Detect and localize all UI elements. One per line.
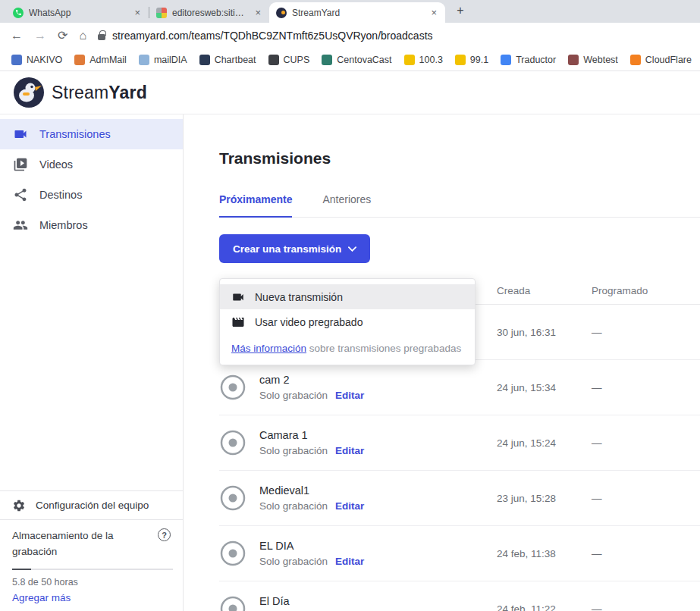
team-settings-button[interactable]: Configuración del equipo xyxy=(0,490,183,519)
team-settings-label: Configuración del equipo xyxy=(36,500,149,511)
bookmark-100-3[interactable]: 100.3 xyxy=(399,52,448,67)
sidebar-item-transmisiones[interactable]: Transmisiones xyxy=(0,119,183,149)
chevron-down-icon xyxy=(348,246,356,252)
browser-tab-eldia[interactable]: editoresweb:sitioweb:eldia.co × xyxy=(149,2,269,23)
bookmark-webtest[interactable]: Webtest xyxy=(563,52,623,67)
bookmark-label: NAKIVO xyxy=(27,55,62,65)
add-more-link[interactable]: Agregar más xyxy=(12,592,171,603)
tab-close-icon[interactable]: × xyxy=(253,7,262,18)
create-broadcast-label: Crear una transmisión xyxy=(233,243,341,255)
videocam-icon xyxy=(13,127,28,142)
menu-item-video-pregrabado[interactable]: Usar video pregrabado xyxy=(220,309,475,334)
record-icon xyxy=(219,540,246,567)
record-icon xyxy=(219,484,246,512)
created-date: 24 feb, 11:38 xyxy=(497,548,592,559)
storage-label: Almacenamiento de la grabación xyxy=(12,528,133,560)
created-date: 24 jun, 15:24 xyxy=(497,437,592,449)
browser-tab-streamyard[interactable]: StreamYard × xyxy=(269,2,445,23)
bookmark-label: mailDIA xyxy=(154,55,187,65)
created-date: 23 jun, 15:28 xyxy=(497,493,592,504)
table-row[interactable]: cam 2 Solo grabaciónEditar 24 jun, 15:34… xyxy=(219,360,700,415)
back-icon[interactable]: ← xyxy=(11,30,23,42)
video-library-icon xyxy=(13,157,28,172)
bookmark-cloudflare[interactable]: CloudFlare xyxy=(625,52,697,67)
bookmark-maildia[interactable]: mailDIA xyxy=(133,52,193,67)
edit-link[interactable]: Editar xyxy=(335,445,364,456)
bookmark-favicon-icon xyxy=(568,55,579,65)
bookmark-favicon-icon xyxy=(404,55,415,65)
bookmark-admmail[interactable]: AdmMail xyxy=(69,52,132,67)
storage-hours-text: 5.8 de 50 horas xyxy=(12,577,171,588)
broadcast-name: El Día xyxy=(259,595,364,607)
bookmark-cups[interactable]: CUPS xyxy=(263,52,315,67)
broadcast-name: EL DIA xyxy=(259,540,364,552)
gear-icon xyxy=(12,499,26,512)
menu-item-nueva-transmision[interactable]: Nueva transmisión xyxy=(220,284,475,309)
bookmark-label: CentovaCast xyxy=(337,55,391,65)
url-text: streamyard.com/teams/TQDhBC9ZNTmft6z5UsQ… xyxy=(112,30,432,42)
scheduled-date: — xyxy=(592,327,700,338)
column-header-scheduled: Programado xyxy=(592,285,700,296)
bookmark-99-1[interactable]: 99.1 xyxy=(450,52,494,67)
app-header: StreamYard xyxy=(0,71,700,114)
broadcast-name: cam 2 xyxy=(259,374,364,386)
storage-panel: Almacenamiento de la grabación ? 5.8 de … xyxy=(0,519,183,611)
record-icon xyxy=(219,374,246,401)
home-icon[interactable]: ⌂ xyxy=(79,30,86,42)
browser-tab-whatsapp[interactable]: WhatsApp × xyxy=(6,2,149,23)
sidebar-item-videos[interactable]: Videos xyxy=(0,149,183,180)
edit-link[interactable]: Editar xyxy=(335,390,364,401)
tab-anteriores[interactable]: Anteriores xyxy=(322,193,371,217)
create-broadcast-button[interactable]: Crear una transmisión xyxy=(219,234,370,263)
bookmark-nakivo[interactable]: NAKIVO xyxy=(6,52,67,67)
streamyard-logo[interactable]: StreamYard xyxy=(14,77,147,108)
edit-link[interactable]: Editar xyxy=(335,500,364,512)
bookmark-favicon-icon xyxy=(268,55,279,65)
broadcast-name: Medieval1 xyxy=(259,484,364,497)
bookmark-label: AdmMail xyxy=(89,55,127,65)
clapperboard-icon xyxy=(231,315,245,329)
sidebar-item-destinos[interactable]: Destinos xyxy=(0,180,183,210)
menu-item-label: Nueva transmisión xyxy=(255,291,343,303)
address-bar: ← → ⟳ ⌂ streamyard.com/teams/TQDhBC9ZNTm… xyxy=(0,23,700,49)
menu-item-label: Usar video pregrabado xyxy=(255,316,363,328)
edit-link[interactable]: Editar xyxy=(335,556,364,567)
sidebar-item-miembros[interactable]: Miembros xyxy=(0,210,183,240)
whatsapp-favicon-icon xyxy=(13,8,24,18)
table-row[interactable]: Medieval1 Solo grabaciónEditar 23 jun, 1… xyxy=(219,471,700,526)
reload-icon[interactable]: ⟳ xyxy=(58,30,67,42)
url-field[interactable]: streamyard.com/teams/TQDhBC9ZNTmft6z5UsQ… xyxy=(98,30,689,42)
scheduled-date: — xyxy=(592,382,700,393)
main-content: Transmisiones Próximamente Anteriores Cr… xyxy=(184,114,700,611)
storage-progress-fill xyxy=(12,569,31,570)
tab-proximamente[interactable]: Próximamente xyxy=(219,193,292,218)
table-row[interactable]: El Día Solo grabaciónEditar 24 feb, 11:2… xyxy=(219,581,700,611)
bookmark-traductor[interactable]: Traductor xyxy=(495,52,561,67)
table-row[interactable]: EL DIA Solo grabaciónEditar 24 feb, 11:3… xyxy=(219,526,700,581)
bookmark-chartbeat[interactable]: Chartbeat xyxy=(194,52,262,67)
tab-close-icon[interactable]: × xyxy=(133,7,142,18)
dropdown-info-text: Más información sobre transmisiones preg… xyxy=(220,334,475,365)
created-date: 24 jun, 15:34 xyxy=(497,382,592,393)
sidebar-item-label: Transmisiones xyxy=(39,128,111,140)
record-icon xyxy=(219,429,246,456)
bookmark-label: CUPS xyxy=(284,55,310,65)
tab-title: StreamYard xyxy=(292,8,424,18)
bookmarks-bar: NAKIVO AdmMail mailDIA Chartbeat CUPS Ce… xyxy=(0,49,700,71)
tab-close-icon[interactable]: × xyxy=(429,7,438,18)
help-icon[interactable]: ? xyxy=(158,528,171,541)
videocam-icon xyxy=(231,290,245,304)
table-row[interactable]: Camara 1 Solo grabaciónEditar 24 jun, 15… xyxy=(219,415,700,471)
bookmark-favicon-icon xyxy=(501,55,511,65)
new-tab-button[interactable]: + xyxy=(451,2,469,20)
site-favicon-icon xyxy=(156,8,167,18)
forward-icon[interactable]: → xyxy=(34,30,46,42)
create-broadcast-dropdown: Nueva transmisión Usar video pregrabado … xyxy=(219,278,476,365)
padlock-icon xyxy=(98,34,105,40)
bookmark-label: 99.1 xyxy=(470,55,488,65)
broadcast-tabs: Próximamente Anteriores xyxy=(219,193,700,218)
mas-informacion-link[interactable]: Más información xyxy=(231,343,306,354)
broadcast-name: Camara 1 xyxy=(259,429,364,441)
bookmark-centovacast[interactable]: CentovaCast xyxy=(316,52,397,67)
sidebar-bottom: Configuración del equipo Almacenamiento … xyxy=(0,490,183,611)
